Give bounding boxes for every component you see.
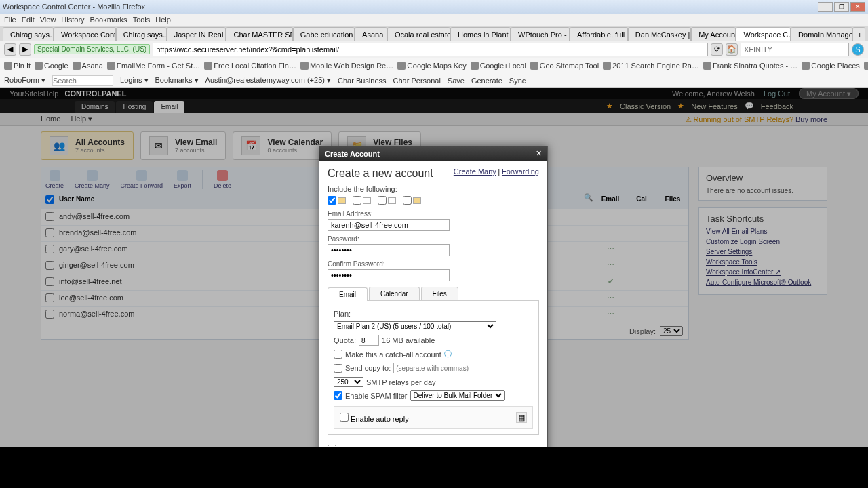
browser-tab[interactable]: Affordable, full …: [570, 27, 628, 41]
modal-close-icon[interactable]: ✕: [536, 149, 542, 158]
include-cal-checkbox[interactable]: [353, 196, 361, 205]
favicon-icon: [35, 62, 43, 70]
include-files-checkbox[interactable]: [378, 196, 387, 205]
bookmark-item[interactable]: 2011 Search Engine Ra…: [603, 62, 699, 70]
browser-tab[interactable]: My Account: [691, 27, 736, 41]
forwarding-link[interactable]: Forwarding: [502, 167, 539, 176]
bookmark-item[interactable]: Asana: [73, 62, 103, 70]
back-button[interactable]: ◀: [4, 43, 16, 56]
fax-icon: [413, 197, 421, 204]
browser-tab[interactable]: Domain Manage…: [791, 27, 852, 41]
favicon-icon: [4, 62, 12, 70]
spam-action-select[interactable]: Deliver to Bulk Mail Folder: [410, 390, 505, 401]
create-account-modal: Create Account ✕ Create Many | Forwardin…: [319, 146, 548, 488]
home-button[interactable]: 🏠: [726, 43, 738, 56]
plan-select[interactable]: Email Plan 2 (US) (5 users / 100 total): [334, 321, 496, 331]
rf-generate[interactable]: Generate: [471, 77, 502, 85]
bookmark-item[interactable]: Frank Sinatra Quotes - …: [703, 62, 797, 70]
tab-email-panel: Plan: Email Plan 2 (US) (5 users / 100 t…: [328, 301, 539, 435]
menu-history[interactable]: History: [61, 16, 84, 24]
browser-tab[interactable]: Chirag says…: [3, 27, 54, 41]
catchall-checkbox[interactable]: [334, 350, 342, 359]
tab-email[interactable]: Email: [328, 287, 368, 301]
close-button[interactable]: ✕: [850, 2, 865, 12]
browser-tab[interactable]: Chirag says…: [116, 27, 167, 41]
bookmark-item[interactable]: Mobile Web Design Re…: [300, 62, 393, 70]
browser-tab[interactable]: Gabe education …: [293, 27, 355, 41]
menu-help[interactable]: Help: [155, 16, 171, 24]
autoreply-checkbox[interactable]: [340, 413, 349, 422]
browser-tab[interactable]: Workspace Cont…: [54, 27, 116, 41]
identity-menu[interactable]: Austin@realestatemyway.com (+25) ▾: [205, 76, 331, 85]
create-many-link[interactable]: Create Many: [454, 167, 496, 176]
roboform-toolbar: RoboForm ▾ Logins ▾ Bookmarks ▾ Austin@r…: [0, 73, 868, 88]
search-input[interactable]: [741, 43, 849, 56]
window-title: Workspace Control Center - Mozilla Firef…: [3, 3, 145, 11]
help-icon[interactable]: ⓘ: [444, 349, 452, 359]
new-tab-button[interactable]: +: [852, 27, 865, 41]
window-titlebar: Workspace Control Center - Mozilla Firef…: [0, 0, 868, 14]
rf-bookmarks-menu[interactable]: Bookmarks ▾: [155, 76, 199, 85]
sendcopy-field[interactable]: [393, 363, 488, 373]
include-fax-checkbox[interactable]: [403, 196, 412, 205]
logins-menu[interactable]: Logins ▾: [120, 76, 148, 85]
url-input[interactable]: [153, 43, 708, 56]
menu-bookmarks[interactable]: Bookmarks: [90, 16, 127, 24]
autoreply-section: Enable auto reply ▦: [334, 406, 533, 429]
browser-tab[interactable]: Asana: [355, 27, 387, 41]
bookmark-item[interactable]: Google: [35, 62, 68, 70]
favicon-icon: [397, 62, 406, 70]
roboform-menu[interactable]: RoboForm ▾: [4, 76, 45, 85]
bookmark-item[interactable]: Geo Sitemap Tool: [530, 62, 599, 70]
favicon-icon: [73, 62, 81, 70]
reload-button[interactable]: ⟳: [711, 43, 723, 56]
char-personal[interactable]: Char Personal: [393, 77, 441, 85]
browser-tab[interactable]: Dan McCaskey | …: [628, 27, 691, 41]
forward-button[interactable]: ▶: [19, 43, 31, 56]
expand-icon[interactable]: ▦: [516, 412, 527, 423]
favicon-icon: [703, 62, 711, 70]
address-bar: ◀ ▶ Special Domain Services, LLC. (US) ⟳…: [0, 41, 868, 58]
smtp-select[interactable]: 250: [334, 377, 363, 387]
bookmark-item[interactable]: EmailMe Form - Get St…: [107, 62, 200, 70]
browser-tab[interactable]: Char MASTER SE…: [226, 27, 292, 41]
files-icon: [388, 197, 396, 204]
tab-files[interactable]: Files: [421, 287, 458, 300]
include-email-checkbox[interactable]: [328, 196, 336, 205]
sendcopy-checkbox[interactable]: [334, 364, 342, 373]
bookmark-item[interactable]: Free Local Citation Fin…: [204, 62, 296, 70]
password-field[interactable]: [328, 244, 450, 256]
menu-view[interactable]: View: [40, 16, 56, 24]
bookmark-item[interactable]: https://plus.google.co…: [864, 62, 868, 70]
favicon-icon: [802, 62, 810, 70]
quota-input[interactable]: [359, 335, 379, 346]
browser-tab[interactable]: WPtouch Pro - …: [511, 27, 570, 41]
menubar: FileEditViewHistoryBookmarksToolsHelp: [0, 14, 868, 26]
menu-tools[interactable]: Tools: [133, 16, 151, 24]
bookmark-item[interactable]: Pin It: [4, 62, 31, 70]
browser-tab[interactable]: Jasper IN Real …: [167, 27, 226, 41]
minimize-button[interactable]: —: [818, 2, 833, 12]
favicon-icon: [530, 62, 538, 70]
confirm-password-field[interactable]: [328, 269, 450, 281]
browser-tab[interactable]: Workspace C…: [736, 27, 791, 41]
skype-icon[interactable]: S: [852, 43, 864, 56]
browser-tab[interactable]: Homes in Plant …: [450, 27, 511, 41]
favicon-icon: [603, 62, 611, 70]
roboform-search[interactable]: [52, 75, 113, 86]
email-field[interactable]: [328, 219, 450, 231]
spam-checkbox[interactable]: [334, 391, 342, 400]
bookmark-item[interactable]: Google+Local: [471, 62, 526, 70]
bookmark-item[interactable]: Google Places: [802, 62, 860, 70]
browser-tab[interactable]: Ocala real estate…: [387, 27, 450, 41]
site-identity[interactable]: Special Domain Services, LLC. (US): [34, 44, 150, 54]
mail-icon: [338, 197, 346, 204]
bookmark-item[interactable]: Google Maps Key: [397, 62, 466, 70]
menu-file[interactable]: File: [4, 16, 16, 24]
rf-sync[interactable]: Sync: [509, 77, 526, 85]
rf-save[interactable]: Save: [448, 77, 465, 85]
tab-calendar[interactable]: Calendar: [369, 287, 420, 300]
menu-edit[interactable]: Edit: [22, 16, 35, 24]
maximize-button[interactable]: ❐: [834, 2, 849, 12]
char-business[interactable]: Char Business: [338, 77, 387, 85]
